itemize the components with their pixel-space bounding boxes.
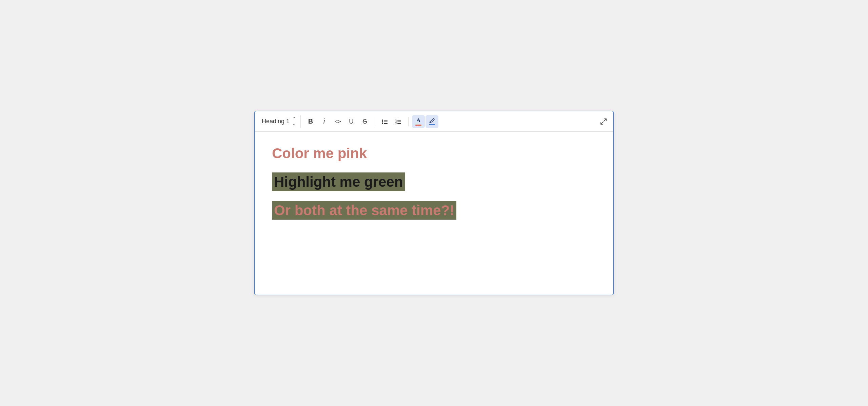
rich-text-editor: Heading 1 B i <> U S — [254, 111, 614, 295]
code-button[interactable]: <> — [331, 115, 344, 128]
editor-content[interactable]: Color me pink Highlight me green Or both… — [255, 132, 613, 295]
bullet-list-icon — [381, 118, 388, 125]
expand-icon — [600, 118, 607, 125]
svg-rect-7 — [397, 120, 401, 121]
strikethrough-button[interactable]: S — [358, 115, 371, 128]
svg-rect-9 — [397, 122, 401, 122]
pink-text: Color me pink — [272, 145, 367, 161]
svg-rect-5 — [384, 123, 388, 124]
underline-button[interactable]: U — [345, 115, 358, 128]
ordered-list-icon: 1. 2. 3. — [395, 118, 402, 125]
content-line-2: Highlight me green — [272, 174, 596, 190]
svg-rect-1 — [384, 120, 388, 121]
color-group: A — [412, 115, 438, 128]
list-group: 1. 2. 3. — [378, 115, 405, 128]
editor-toolbar: Heading 1 B i <> U S — [255, 111, 613, 132]
text-color-icon: A — [415, 117, 421, 126]
green-highlight-text: Highlight me green — [272, 172, 405, 191]
highlight-icon — [429, 118, 435, 125]
svg-text:3.: 3. — [395, 122, 397, 125]
ordered-list-button[interactable]: 1. 2. 3. — [392, 115, 405, 128]
highlight-button[interactable] — [426, 115, 438, 128]
svg-rect-11 — [397, 123, 401, 124]
italic-button[interactable]: i — [318, 115, 331, 128]
expand-button[interactable] — [597, 115, 610, 128]
svg-point-0 — [382, 119, 383, 121]
text-format-group: B i <> U S — [304, 115, 371, 128]
content-line-3: Or both at the same time?! — [272, 202, 596, 219]
svg-point-4 — [382, 123, 383, 124]
divider-1 — [375, 117, 375, 126]
pencil-svg — [429, 118, 435, 123]
heading-selector-label: Heading 1 — [262, 118, 290, 125]
chevrons-up-down-icon — [292, 117, 296, 125]
bold-button[interactable]: B — [304, 115, 317, 128]
svg-point-2 — [382, 121, 383, 123]
bullet-list-button[interactable] — [378, 115, 391, 128]
heading-selector[interactable]: Heading 1 — [258, 115, 301, 127]
text-color-button[interactable]: A — [412, 115, 425, 128]
divider-2 — [408, 117, 409, 126]
pink-green-text: Or both at the same time?! — [272, 201, 456, 220]
svg-rect-3 — [384, 122, 388, 122]
content-line-1: Color me pink — [272, 145, 596, 162]
